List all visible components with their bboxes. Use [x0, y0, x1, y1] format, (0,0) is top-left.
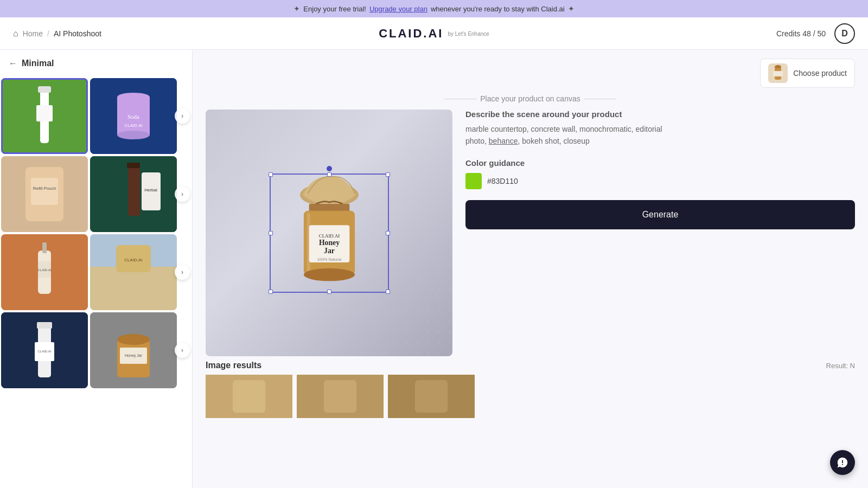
result-thumb-1[interactable] [206, 375, 292, 418]
top-banner: ✦ Enjoy your free trial! Upgrade your pl… [0, 0, 868, 17]
color-guidance-section: Color guidance #83D110 [465, 158, 855, 189]
chat-button[interactable] [830, 450, 855, 475]
result-status: Result: N [826, 362, 855, 370]
gallery-item-green-bottle[interactable] [1, 78, 88, 154]
svg-text:CLAID.AI: CLAID.AI [37, 350, 51, 353]
header-right: Credits 48 / 50 D [776, 23, 855, 44]
generate-button[interactable]: Generate [465, 200, 855, 229]
breadcrumb: ⌂ Home / AI Photoshoot [13, 29, 101, 38]
result-thumb-3[interactable] [388, 375, 475, 418]
gallery-item-refill-pouch[interactable]: Refill Pouch [1, 156, 88, 232]
avatar-letter: D [841, 29, 848, 38]
selection-handle-tr[interactable] [386, 172, 390, 177]
svg-rect-2 [38, 86, 51, 93]
svg-rect-42 [773, 71, 783, 76]
svg-rect-31 [37, 322, 52, 329]
svg-text:Honey: Honey [318, 238, 339, 246]
color-swatch-row: #83D110 [465, 173, 855, 189]
canvas-area[interactable]: CLAID.AI Honey Jar 100% Natural [206, 110, 452, 356]
result-thumb-2[interactable] [297, 375, 384, 418]
selection-handle-bl[interactable] [269, 290, 273, 294]
selection-handle-tl[interactable] [269, 172, 273, 177]
image-results-label: Image results [206, 361, 261, 370]
choose-product-label: Choose product [793, 69, 847, 78]
svg-rect-12 [31, 178, 58, 205]
banner-star-right: ✦ [568, 4, 575, 13]
svg-text:Soda: Soda [127, 113, 139, 120]
svg-text:100% Natural: 100% Natural [317, 257, 341, 262]
sidebar-title: Minimal [22, 59, 54, 68]
banner-text-before: Enjoy your free trial! [303, 5, 366, 13]
gallery-row-2: Refill Pouch Herbal › [0, 155, 192, 233]
header: ⌂ Home / AI Photoshoot CLAID.AI by Let's… [0, 17, 868, 50]
back-arrow-icon[interactable]: ← [9, 59, 17, 68]
banner-text-after: whenever you're ready to stay with Claid… [431, 5, 565, 13]
svg-rect-16 [127, 163, 140, 168]
gallery-row-1: Soda CLAID AI › [0, 77, 192, 155]
color-hex-label: #83D110 [487, 177, 518, 185]
sidebar: ← Minimal Soda [0, 50, 193, 488]
gallery-item-jar-sky[interactable]: CLAID.AI [90, 234, 177, 310]
svg-rect-3 [36, 105, 53, 121]
main-layout: ← Minimal Soda [0, 50, 868, 488]
choose-product-button[interactable]: Choose product [760, 59, 855, 88]
gallery-item-white-bottle-dark[interactable]: CLAID.AI [1, 312, 88, 388]
svg-point-41 [775, 65, 781, 68]
breadcrumb-current: AI Photoshoot [54, 29, 101, 38]
avatar[interactable]: D [834, 23, 855, 44]
svg-rect-44 [309, 204, 349, 212]
breadcrumb-home[interactable]: Home [23, 29, 43, 38]
selection-handle-mr[interactable] [386, 231, 390, 235]
gallery-item-soda-can[interactable]: Soda CLAID AI [90, 78, 177, 154]
content-area: Choose product Place your product on can… [193, 50, 868, 488]
selection-handle-top[interactable] [327, 166, 332, 171]
home-icon[interactable]: ⌂ [13, 29, 18, 38]
scene-text: marble countertop, concrete wall, monoch… [465, 123, 855, 147]
svg-text:Jar: Jar [324, 247, 335, 255]
gallery-item-herbal[interactable]: Herbal [90, 156, 177, 232]
breadcrumb-separator: / [47, 29, 49, 38]
credits-display: Credits 48 / 50 [776, 29, 826, 38]
right-panel: Describe the scene around your product m… [452, 110, 855, 356]
svg-rect-54 [233, 380, 265, 413]
canvas-and-panel: CLAID.AI Honey Jar 100% Natural Describe [206, 110, 855, 356]
behance-underline: behance [489, 137, 518, 145]
banner-star-left: ✦ [293, 4, 300, 13]
product-selection-box[interactable]: CLAID.AI Honey Jar 100% Natural [270, 174, 389, 293]
row-4-arrow[interactable]: › [175, 343, 190, 358]
svg-point-36 [117, 334, 150, 345]
logo-by: by Let's Enhance [448, 31, 489, 37]
scene-describe-label: Describe the scene around your product [465, 110, 855, 119]
svg-text:CLAID.AI: CLAID.AI [124, 258, 142, 262]
row-3-arrow[interactable]: › [175, 265, 190, 280]
row-2-arrow[interactable]: › [175, 187, 190, 202]
selection-handle-tc[interactable] [327, 172, 331, 177]
svg-text:CLAID AI: CLAID AI [125, 123, 143, 128]
svg-text:CLAID.AI: CLAID.AI [37, 268, 51, 272]
color-guidance-label: Color guidance [465, 158, 855, 168]
gallery-row-4: CLAID.AI Honey Jar › [0, 311, 192, 389]
svg-text:Herbal: Herbal [144, 188, 157, 192]
gallery-item-honey-stone[interactable]: Honey Jar [90, 312, 177, 388]
svg-text:CLAID.AI: CLAID.AI [318, 233, 340, 238]
honey-jar-illustration: CLAID.AI Honey Jar 100% Natural [271, 175, 388, 292]
svg-point-52 [303, 268, 354, 281]
logo-text: CLAID.AI [379, 27, 443, 41]
selection-handle-ml[interactable] [269, 231, 273, 235]
svg-point-7 [117, 131, 150, 139]
svg-rect-15 [128, 164, 140, 216]
logo-area: CLAID.AI by Let's Enhance [379, 27, 489, 41]
color-swatch[interactable] [465, 173, 482, 189]
selection-handle-br[interactable] [386, 290, 390, 294]
canvas-label-text: Place your product on canvas [480, 94, 580, 103]
svg-text:Honey Jar: Honey Jar [125, 354, 143, 358]
gallery-row-3: CLAID.AI CLAID.AI › [0, 233, 192, 311]
row-1-arrow[interactable]: › [175, 108, 190, 124]
upgrade-link[interactable]: Upgrade your plan [369, 5, 427, 13]
chat-icon [837, 457, 848, 468]
svg-rect-21 [42, 242, 47, 253]
results-row [206, 375, 855, 418]
gallery-item-pump-bottle[interactable]: CLAID.AI [1, 234, 88, 310]
svg-rect-58 [415, 380, 448, 413]
selection-handle-bc[interactable] [327, 290, 331, 294]
